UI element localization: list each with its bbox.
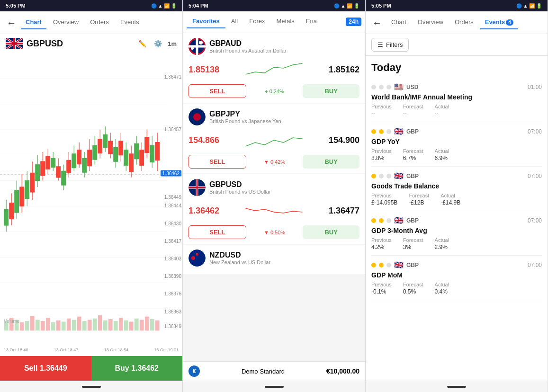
price-level-7: 1.36403 xyxy=(164,256,181,261)
tab-overview-1[interactable]: Overview xyxy=(48,16,83,29)
tab-events-1[interactable]: Events xyxy=(116,16,144,29)
svg-rect-59 xyxy=(51,158,55,167)
event-gdp-mom: 🇬🇧 GBP 07:00 GDP MoM Previous -0.1% Fore… xyxy=(371,256,542,300)
price-level-10: 1.36363 xyxy=(164,309,181,314)
drawing-tool-icon[interactable]: ✏️ xyxy=(136,39,148,48)
instr-desc-gbpusd: British Pound vs US Dollar xyxy=(209,189,271,195)
sell-price-gbpusd: 1.36462 xyxy=(189,206,226,216)
back-button-3[interactable]: ← xyxy=(369,16,385,29)
svg-rect-50 xyxy=(4,209,9,225)
buy-price-gbpusd: 1.36477 xyxy=(322,206,359,216)
price-level-4: 1.36444 xyxy=(164,203,181,208)
home-indicator-1 xyxy=(82,386,101,388)
pair-flag xyxy=(6,38,23,49)
tab-favorites[interactable]: Favorites xyxy=(187,15,225,28)
timeframe-button[interactable]: 1m xyxy=(168,40,177,47)
price-level-3: 1.36449 xyxy=(164,194,181,199)
stat-label-act-3: Actual xyxy=(440,193,460,198)
tab-chart-1[interactable]: Chart xyxy=(21,16,46,29)
stat-value-prev-4: 4.2% xyxy=(371,244,392,250)
demo-bar: € Demo Standard €10,000.00 xyxy=(183,361,365,381)
sell-btn-gbpusd[interactable]: SELL xyxy=(189,225,246,239)
sell-price-gbpjpy: 154.866 xyxy=(189,135,226,145)
impact-dot-2c xyxy=(386,129,391,134)
svg-rect-72 xyxy=(119,141,123,155)
svg-rect-76 xyxy=(140,150,144,165)
instrument-tabs: Favorites All Forex Metals Ena 24h xyxy=(183,11,365,32)
price-level-5: 1.36430 xyxy=(164,221,181,226)
sell-btn-gbpaud[interactable]: SELL xyxy=(189,84,246,98)
flag-gbp-2: 🇬🇧 xyxy=(394,127,404,136)
sell-btn-gbpjpy[interactable]: SELL xyxy=(189,155,246,169)
svg-rect-89 xyxy=(51,322,55,331)
tab-forex[interactable]: Forex xyxy=(243,15,270,28)
svg-rect-63 xyxy=(72,154,76,168)
home-indicator-2 xyxy=(265,386,284,388)
svg-rect-88 xyxy=(46,318,50,330)
price-level-11: 1.36349 xyxy=(164,323,181,329)
price-level-1: 1.36471 xyxy=(164,74,181,79)
event-name-2: GDP YoY xyxy=(371,138,542,145)
svg-rect-51 xyxy=(9,203,14,219)
currency-gbp-5: GBP xyxy=(406,262,419,268)
stat-label-act-4: Actual xyxy=(435,237,449,243)
impact-dot-5c xyxy=(386,263,391,267)
stat-label-fore-4: Forecast xyxy=(403,237,423,243)
stat-label-prev-5: Previous xyxy=(371,282,392,287)
impact-dot-1b xyxy=(379,85,384,89)
tab-overview-3[interactable]: Overview xyxy=(413,16,448,29)
tab-events-3[interactable]: Events4 xyxy=(480,16,518,29)
price-level-2: 1.36457 xyxy=(164,127,181,132)
svg-point-124 xyxy=(189,249,206,267)
svg-rect-55 xyxy=(30,173,35,192)
tab-ena[interactable]: Ena xyxy=(300,15,323,28)
stat-value-act-1: -- xyxy=(435,110,449,117)
svg-rect-61 xyxy=(62,171,66,185)
stat-label-act-1: Actual xyxy=(435,104,449,109)
bottom-nav-2 xyxy=(183,381,365,392)
tab-chart-3[interactable]: Chart xyxy=(386,16,411,29)
svg-rect-85 xyxy=(30,316,35,330)
tab-orders-3[interactable]: Orders xyxy=(450,16,478,29)
svg-rect-102 xyxy=(119,318,123,330)
svg-rect-104 xyxy=(129,321,134,330)
stat-value-act-5: 0.4% xyxy=(435,288,449,295)
svg-rect-54 xyxy=(25,181,29,199)
status-time-1: 5:05 PM xyxy=(6,3,26,9)
stat-value-fore-2: 6.7% xyxy=(403,155,423,161)
currency-gbp-2: GBP xyxy=(406,128,419,135)
svg-rect-64 xyxy=(77,150,81,164)
buy-btn-gbpjpy[interactable]: BUY xyxy=(303,155,359,169)
events-badge: 4 xyxy=(506,19,513,26)
stat-value-prev-2: 8.8% xyxy=(371,155,392,161)
buy-button[interactable]: Buy 1.36462 xyxy=(91,356,183,381)
badge-24h[interactable]: 24h xyxy=(346,18,361,26)
tab-all[interactable]: All xyxy=(225,15,243,28)
impact-dot-4c xyxy=(386,218,391,223)
status-icons-1: 🔵 ▲ 📶 🔋 xyxy=(151,3,177,9)
trade-buttons: Sell 1.36449 Buy 1.36462 xyxy=(0,356,182,381)
pair-name: GBPUSD xyxy=(27,39,63,49)
svg-rect-52 xyxy=(15,190,19,213)
filter-icon: ☰ xyxy=(377,41,383,48)
date-header: Today xyxy=(371,56,542,78)
svg-rect-68 xyxy=(98,139,102,153)
buy-btn-gbpaud[interactable]: BUY xyxy=(303,84,359,98)
stat-value-fore-4: 3% xyxy=(403,244,423,250)
svg-rect-95 xyxy=(82,321,87,330)
svg-rect-53 xyxy=(20,187,24,206)
sell-button[interactable]: Sell 1.36449 xyxy=(0,356,91,381)
flag-gbpjpy xyxy=(189,108,206,125)
filter-button[interactable]: ☰ Filters xyxy=(371,38,409,52)
svg-rect-87 xyxy=(41,321,45,330)
buy-btn-gbpusd[interactable]: BUY xyxy=(303,225,359,239)
home-indicator-3 xyxy=(447,386,466,388)
svg-rect-84 xyxy=(25,321,29,330)
tab-metals[interactable]: Metals xyxy=(271,15,300,28)
stat-value-act-4: 2.9% xyxy=(435,244,449,250)
chart-area[interactable]: 1.36471 1.36462 1.36457 1.36449 1.36444 … xyxy=(0,53,182,347)
instrument-gbpjpy: GBPJPY British Pound vs Japanese Yen 154… xyxy=(183,104,365,173)
back-button-1[interactable]: ← xyxy=(4,16,19,29)
indicator-icon[interactable]: ⚙️ xyxy=(152,39,164,48)
tab-orders-1[interactable]: Orders xyxy=(85,16,114,29)
